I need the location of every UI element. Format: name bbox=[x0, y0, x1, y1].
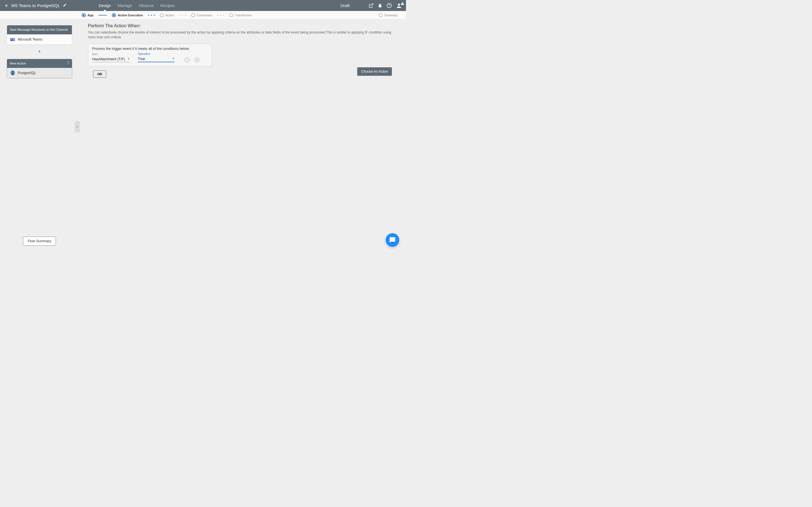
trigger-card[interactable]: New Message Received on the Channel T Mi… bbox=[7, 25, 72, 45]
step-connector bbox=[148, 15, 155, 16]
status-label: Draft bbox=[340, 3, 350, 8]
card-more-icon[interactable] bbox=[66, 61, 70, 66]
item-value: HasAttachment (T/F) bbox=[92, 56, 130, 62]
svg-rect-5 bbox=[13, 39, 15, 41]
teams-icon: T bbox=[10, 37, 15, 42]
user-profile-icon[interactable] bbox=[396, 3, 402, 9]
step-connector-solid bbox=[98, 15, 107, 15]
flow-down-icon bbox=[7, 49, 72, 55]
step-radio-icon bbox=[378, 13, 383, 17]
step-app[interactable]: App bbox=[82, 13, 93, 17]
svg-point-1 bbox=[398, 3, 400, 5]
card-body: PostgreSQL bbox=[7, 68, 72, 78]
item-label: Item bbox=[92, 53, 130, 56]
section-description: You can selectively choose the events of… bbox=[88, 30, 395, 40]
step-label: Action bbox=[165, 13, 174, 17]
step-action-execution[interactable]: Action Execution bbox=[112, 13, 143, 17]
section-title: Perform The Action When: bbox=[88, 23, 395, 29]
card-header: New Action bbox=[7, 59, 72, 68]
step-radio-icon bbox=[82, 13, 86, 17]
svg-point-4 bbox=[13, 38, 15, 39]
step-label: Action Execution bbox=[117, 13, 143, 17]
tab-recipes[interactable]: Recipes bbox=[160, 0, 175, 11]
or-button[interactable]: OR bbox=[93, 70, 106, 78]
card-header-text: New Action bbox=[10, 62, 26, 65]
header-icon-group bbox=[368, 3, 402, 9]
notifications-icon[interactable] bbox=[377, 3, 383, 8]
condition-row: Item HasAttachment (T/F) ▼ Operation Tru… bbox=[92, 52, 208, 62]
flow-title: MS Teams to PostgreSQL bbox=[11, 3, 60, 8]
tab-manage[interactable]: Manage bbox=[118, 0, 132, 11]
step-connector bbox=[179, 15, 186, 16]
operation-value: True bbox=[138, 56, 174, 62]
main-layout: New Message Received on the Channel T Mi… bbox=[0, 19, 406, 253]
step-summary[interactable]: Summary bbox=[378, 13, 398, 17]
edit-title-icon[interactable] bbox=[63, 3, 67, 8]
step-radio-icon bbox=[112, 13, 116, 17]
svg-point-11 bbox=[13, 72, 14, 73]
svg-point-9 bbox=[11, 71, 15, 75]
condition-box: Process the trigger event if it meets al… bbox=[88, 44, 212, 66]
progress-stepper: App Action Execution Action Connection T… bbox=[0, 11, 406, 19]
app-label: Microsoft Teams bbox=[18, 38, 42, 41]
condition-box-label: Process the trigger event if it meets al… bbox=[92, 47, 208, 51]
tab-design[interactable]: Design bbox=[99, 0, 111, 11]
step-label: Transformer bbox=[235, 13, 252, 17]
chat-bubble-button[interactable] bbox=[386, 233, 399, 247]
condition-actions: − + bbox=[185, 57, 199, 62]
back-button[interactable] bbox=[4, 3, 9, 8]
help-icon[interactable] bbox=[387, 3, 392, 8]
postgres-icon bbox=[10, 70, 15, 76]
tab-observe[interactable]: Observe bbox=[139, 0, 154, 11]
flow-summary-button[interactable]: Flow Summary bbox=[23, 237, 56, 245]
header-tabs: Design Manage Observe Recipes bbox=[99, 0, 175, 11]
svg-point-7 bbox=[68, 62, 68, 63]
svg-point-8 bbox=[68, 64, 68, 64]
step-connection[interactable]: Connection bbox=[191, 13, 213, 17]
operation-dropdown[interactable]: True ▼ bbox=[138, 56, 174, 62]
sidebar-collapse-handle[interactable] bbox=[75, 121, 80, 132]
step-label: Summary bbox=[384, 13, 398, 17]
step-radio-icon bbox=[229, 13, 233, 17]
sidebar: New Message Received on the Channel T Mi… bbox=[0, 19, 79, 253]
operation-label: Operation bbox=[138, 52, 174, 55]
step-connector bbox=[217, 15, 224, 16]
content-area: Perform The Action When: You can selecti… bbox=[79, 19, 406, 253]
add-condition-icon[interactable]: + bbox=[195, 57, 199, 62]
step-radio-icon bbox=[160, 13, 164, 17]
operation-field-group: Operation True ▼ bbox=[138, 52, 174, 62]
item-field-group: Item HasAttachment (T/F) ▼ bbox=[92, 53, 130, 62]
choose-action-button[interactable]: Choose An Action bbox=[357, 67, 392, 76]
svg-point-10 bbox=[12, 72, 12, 73]
step-label: Connection bbox=[197, 13, 213, 17]
action-card[interactable]: New Action PostgreSQL bbox=[7, 59, 72, 78]
step-label: App bbox=[87, 13, 93, 17]
step-radio-icon bbox=[191, 13, 195, 17]
app-label: PostgreSQL bbox=[18, 71, 36, 75]
step-transformer[interactable]: Transformer bbox=[229, 13, 252, 17]
item-dropdown[interactable]: HasAttachment (T/F) ▼ bbox=[92, 56, 130, 62]
card-header: New Message Received on the Channel bbox=[7, 25, 72, 34]
svg-text:T: T bbox=[11, 38, 12, 41]
card-body: T Microsoft Teams bbox=[7, 34, 72, 45]
step-action[interactable]: Action bbox=[160, 13, 174, 17]
top-header: MS Teams to PostgreSQL Design Manage Obs… bbox=[0, 0, 406, 11]
svg-point-6 bbox=[68, 61, 68, 62]
open-external-icon[interactable] bbox=[368, 3, 373, 8]
remove-condition-icon[interactable]: − bbox=[185, 57, 190, 62]
